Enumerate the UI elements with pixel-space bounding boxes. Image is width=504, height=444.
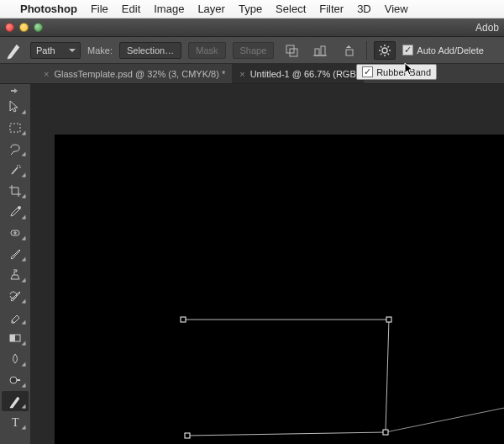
svg-point-20 <box>18 206 21 209</box>
path-alignment-button[interactable] <box>309 41 331 60</box>
svg-line-29 <box>386 404 504 432</box>
tab-label: GlassTemplate.psd @ 32% (3, CMYK/8) * <box>54 69 225 79</box>
svg-rect-32 <box>383 430 388 435</box>
clone-stamp-tool[interactable] <box>2 265 29 285</box>
dodge-tool[interactable] <box>2 370 29 390</box>
svg-rect-15 <box>10 124 20 132</box>
svg-line-12 <box>388 53 390 55</box>
check-icon: ✓ <box>362 66 373 77</box>
svg-rect-3 <box>321 46 325 56</box>
close-tab-icon[interactable]: × <box>239 69 244 79</box>
svg-line-13 <box>381 53 382 55</box>
pen-mode-dropdown[interactable]: Path <box>30 42 81 59</box>
options-bar: Path Make: Selection… Mask Shape ✓ Auto … <box>0 37 504 64</box>
menu-type[interactable]: Type <box>239 3 262 15</box>
canvas-viewport[interactable] <box>40 109 504 444</box>
healing-brush-tool[interactable] <box>2 223 29 243</box>
eraser-tool[interactable] <box>2 307 29 327</box>
menu-edit[interactable]: Edit <box>122 3 140 15</box>
document-tab[interactable]: × Untitled-1 @ 66.7% (RGB <box>233 64 364 83</box>
history-brush-tool[interactable] <box>2 286 29 306</box>
menu-3d[interactable]: 3D <box>357 3 371 15</box>
menu-image[interactable]: Image <box>154 3 184 15</box>
close-tab-icon[interactable]: × <box>44 69 49 79</box>
svg-line-14 <box>388 46 390 48</box>
current-tool-icon[interactable] <box>5 41 24 60</box>
blur-tool[interactable] <box>2 349 29 369</box>
svg-rect-30 <box>181 317 186 322</box>
svg-line-16 <box>12 167 18 174</box>
menu-filter[interactable]: Filter <box>319 3 344 15</box>
tab-label: Untitled-1 @ 66.7% (RGB <box>250 69 356 79</box>
svg-rect-31 <box>386 317 391 322</box>
minimize-window-button[interactable] <box>19 23 29 32</box>
svg-line-11 <box>381 46 382 48</box>
check-icon: ✓ <box>402 45 413 56</box>
workspace: T <box>0 84 504 444</box>
menu-file[interactable]: File <box>91 3 108 15</box>
make-mask-button[interactable]: Mask <box>188 42 225 59</box>
svg-text:T: T <box>12 416 19 429</box>
app-menu[interactable]: Photoshop <box>20 3 77 15</box>
gear-settings-button[interactable] <box>374 41 396 60</box>
brush-tool[interactable] <box>2 244 29 264</box>
path-arrangement-button[interactable] <box>338 41 360 60</box>
tools-panel: T <box>0 84 30 444</box>
mac-menubar: Photoshop File Edit Image Layer Type Sel… <box>0 0 504 18</box>
gradient-tool[interactable] <box>2 328 29 348</box>
auto-add-delete-label: Auto Add/Delete <box>417 45 484 56</box>
crop-tool[interactable] <box>2 181 29 201</box>
make-selection-button[interactable]: Selection… <box>119 42 181 59</box>
marquee-tool[interactable] <box>2 118 29 138</box>
move-tool[interactable] <box>2 97 29 117</box>
path-operations-button[interactable] <box>281 41 302 60</box>
rubber-band-popover[interactable]: ✓ Rubber Band <box>356 64 437 80</box>
eyedropper-tool[interactable] <box>2 202 29 222</box>
pen-tool[interactable] <box>2 391 29 411</box>
document-tabbar: × GlassTemplate.psd @ 32% (3, CMYK/8) * … <box>0 64 504 84</box>
make-shape-button[interactable]: Shape <box>233 42 275 59</box>
auto-add-delete-checkbox[interactable]: ✓ Auto Add/Delete <box>402 45 484 56</box>
close-window-button[interactable] <box>5 23 14 32</box>
window-title: Adob <box>475 22 499 34</box>
svg-line-19 <box>19 165 20 166</box>
rubber-band-label: Rubber Band <box>376 67 431 77</box>
document-tab[interactable]: × GlassTemplate.psd @ 32% (3, CMYK/8) * <box>37 64 233 83</box>
type-tool[interactable]: T <box>2 412 29 432</box>
zoom-window-button[interactable] <box>34 23 43 32</box>
window-titlebar: Adob <box>0 18 504 37</box>
svg-rect-2 <box>315 49 319 56</box>
svg-rect-33 <box>185 433 190 438</box>
toolbar-collapse-icon[interactable] <box>2 86 29 96</box>
svg-point-26 <box>10 377 17 383</box>
path-overlay <box>55 135 504 444</box>
svg-point-6 <box>382 48 387 53</box>
options-divider <box>366 41 367 60</box>
magic-wand-tool[interactable] <box>2 160 29 180</box>
svg-rect-5 <box>346 50 353 56</box>
menu-view[interactable]: View <box>385 3 408 15</box>
menu-select[interactable]: Select <box>276 3 306 15</box>
lasso-tool[interactable] <box>2 139 29 159</box>
svg-rect-25 <box>10 335 15 341</box>
menu-layer[interactable]: Layer <box>197 3 225 15</box>
make-label: Make: <box>87 45 113 56</box>
